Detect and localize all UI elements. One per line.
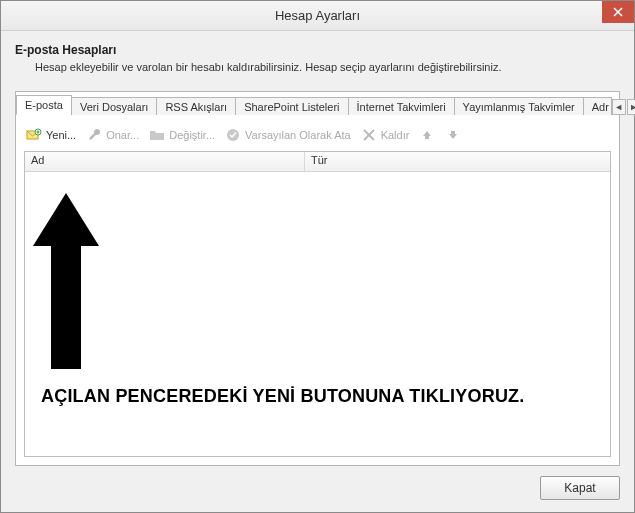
- tab-published-calendars[interactable]: Yayımlanmış Takvimler: [454, 97, 584, 116]
- new-account-button[interactable]: Yeni...: [26, 127, 76, 143]
- new-account-label: Yeni...: [46, 129, 76, 141]
- listview-header: Ad Tür: [25, 152, 610, 172]
- close-button[interactable]: Kapat: [540, 476, 620, 500]
- accounts-listview[interactable]: Ad Tür: [24, 151, 611, 457]
- column-name[interactable]: Ad: [25, 152, 305, 171]
- change-button[interactable]: Değiştir...: [149, 127, 215, 143]
- set-default-label: Varsayılan Olarak Ata: [245, 129, 351, 141]
- close-icon: [613, 7, 623, 17]
- tab-scroll-right[interactable]: ►: [627, 99, 635, 115]
- column-type[interactable]: Tür: [305, 152, 610, 171]
- arrow-down-icon: [445, 127, 461, 143]
- tab-container: E-posta Veri Dosyaları RSS Akışları Shar…: [15, 91, 620, 466]
- check-circle-icon: [225, 127, 241, 143]
- remove-button[interactable]: Kaldır: [361, 127, 410, 143]
- move-up-button[interactable]: [419, 127, 435, 143]
- change-label: Değiştir...: [169, 129, 215, 141]
- tab-internet-calendars[interactable]: İnternet Takvimleri: [348, 97, 455, 116]
- repair-button[interactable]: Onar...: [86, 127, 139, 143]
- dialog-content: E-posta Hesapları Hesap ekleyebilir ve v…: [1, 31, 634, 512]
- wrench-icon: [86, 127, 102, 143]
- tabstrip: E-posta Veri Dosyaları RSS Akışları Shar…: [16, 91, 619, 115]
- window-controls: [602, 1, 634, 23]
- arrow-up-icon: [419, 127, 435, 143]
- remove-x-icon: [361, 127, 377, 143]
- tab-scroll-left[interactable]: ◄: [612, 99, 626, 115]
- folder-edit-icon: [149, 127, 165, 143]
- repair-label: Onar...: [106, 129, 139, 141]
- window-title: Hesap Ayarları: [1, 8, 634, 23]
- tab-address-books[interactable]: Adr: [583, 97, 612, 116]
- tab-data-files[interactable]: Veri Dosyaları: [71, 97, 157, 116]
- tab-sharepoint[interactable]: SharePoint Listeleri: [235, 97, 348, 116]
- set-default-button[interactable]: Varsayılan Olarak Ata: [225, 127, 351, 143]
- tab-rss[interactable]: RSS Akışları: [156, 97, 236, 116]
- tab-scroll: ◄ ►: [612, 99, 635, 115]
- dialog-window: Hesap Ayarları E-posta Hesapları Hesap e…: [0, 0, 635, 513]
- titlebar: Hesap Ayarları: [1, 1, 634, 31]
- annotation-text: AÇILAN PENCEREDEKİ YENİ BUTONUNA TIKLIYO…: [41, 386, 525, 407]
- mail-new-icon: [26, 127, 42, 143]
- dialog-footer: Kapat: [15, 466, 620, 500]
- section-heading: E-posta Hesapları: [15, 43, 620, 57]
- listview-body: [25, 172, 610, 456]
- remove-label: Kaldır: [381, 129, 410, 141]
- toolbar: Yeni... Onar...: [24, 123, 611, 151]
- section-subheading: Hesap ekleyebilir ve varolan bir hesabı …: [35, 61, 620, 73]
- close-window-button[interactable]: [602, 1, 634, 23]
- move-down-button[interactable]: [445, 127, 461, 143]
- tab-email[interactable]: E-posta: [16, 95, 72, 115]
- tab-panel-email: Yeni... Onar...: [16, 115, 619, 465]
